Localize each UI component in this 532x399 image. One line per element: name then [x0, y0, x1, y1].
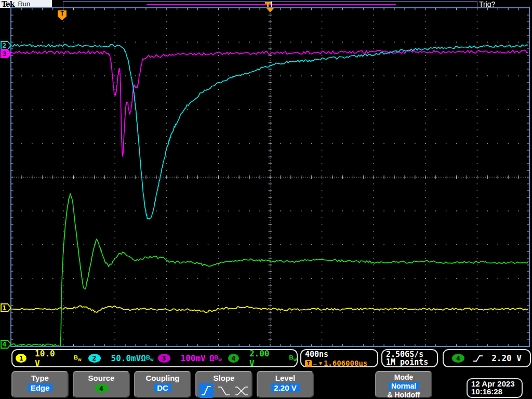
trigger-level-value: 2.20 V: [491, 353, 522, 363]
ch3-scale: 100mV: [181, 353, 206, 363]
acquisition-readout-box: 2.50GS/s 1M points: [381, 349, 438, 367]
ch1-readout[interactable]: 1 10.0 V BW: [16, 349, 82, 368]
delay-value: 1.606000µs: [324, 359, 367, 367]
ch1-bw-limit-badge: BW: [74, 354, 82, 362]
menu-coupling-value: DC: [154, 383, 171, 392]
acquisition-status: Run: [18, 0, 30, 8]
ch3-marker-label: 3: [1, 49, 8, 58]
ch4-bw-limit-badge: BW: [289, 354, 297, 362]
menu-type-value: Edge: [28, 383, 53, 392]
menu-slope-label: Slope: [196, 374, 251, 382]
trigger-t-chip-icon: T: [305, 360, 312, 367]
waveform-svg: [11, 8, 529, 346]
bottom-menu-bar: Type Edge Source 4 Coupling DC Slope Lev…: [0, 370, 532, 399]
expansion-mark-icon: ▼: [318, 361, 323, 366]
slope-options: [196, 383, 251, 398]
falling-edge-icon[interactable]: [217, 384, 231, 397]
trigger-source-badge: 4: [452, 354, 464, 363]
menu-coupling-button[interactable]: Coupling DC: [134, 371, 191, 398]
ch1-marker-label: 1: [1, 303, 8, 312]
arrow-icon: →: [312, 360, 318, 367]
ch3-position-marker[interactable]: 3: [1, 49, 11, 58]
trigger-flag-label: T: [60, 10, 64, 20]
expansion-point-icon: [267, 8, 274, 12]
horizontal-delay: T → ▼ 1.606000µs: [305, 359, 377, 367]
rising-edge-icon: [472, 354, 484, 363]
ch2-position-marker[interactable]: 2: [1, 41, 11, 50]
status-bar: 1 10.0 V BW 2 50.0mV Ω BW 3 100mV Ω BW 4…: [0, 347, 532, 370]
ch2-badge: 2: [88, 354, 101, 363]
ch4-marker-label: 4: [1, 340, 8, 349]
ch2-ohm-label: Ω: [141, 353, 146, 363]
menu-mode-button[interactable]: Mode Normal & Holdoff: [375, 371, 432, 398]
tek-logo-area: Tek Run: [0, 0, 52, 8]
menu-mode-value2: & Holdoff: [376, 391, 431, 399]
ch4-scale: 2.00 V: [249, 349, 276, 368]
menu-mode-label: Mode: [376, 373, 431, 381]
ch4-badge: 4: [228, 354, 239, 363]
ch1-scale: 10.0 V: [35, 349, 61, 368]
menu-coupling-label: Coupling: [135, 374, 190, 382]
ch2-readout[interactable]: 2 50.0mV Ω BW: [88, 353, 154, 363]
graticule-frame: [10, 7, 530, 347]
datetime-box: 12 Apr 2023 10:16:28: [467, 378, 523, 398]
menu-type-label: Type: [12, 374, 68, 382]
ch2-scale: 50.0mV: [111, 353, 141, 363]
time-label: 10:16:28: [471, 388, 522, 395]
ch3-badge: 3: [158, 354, 170, 363]
ch4-readout[interactable]: 4 2.00 V BW: [228, 349, 297, 368]
menu-slope-button[interactable]: Slope: [195, 371, 252, 398]
ch3-bw-limit-badge: BW: [214, 354, 222, 362]
horizontal-readout-box: 400ns T → ▼ 1.606000µs: [300, 349, 378, 367]
record-length: 1M points: [386, 358, 437, 366]
ch2-bw-limit-badge: BW: [146, 354, 154, 362]
menu-level-value: 2.20 V: [271, 383, 299, 392]
ch1-badge: 1: [16, 354, 26, 363]
menu-source-label: Source: [74, 374, 129, 382]
menu-level-button[interactable]: Level 2.20 V: [257, 371, 314, 398]
menu-source-value-badge: 4: [95, 384, 109, 393]
horizontal-scale: 400ns: [305, 351, 377, 358]
ch2-marker-label: 2: [1, 41, 8, 50]
menu-mode-value: Normal: [389, 382, 419, 390]
ch3-readout[interactable]: 3 100mV Ω BW: [158, 353, 222, 363]
trigger-readout-box: 4 2.20 V: [443, 349, 531, 367]
either-edge-icon[interactable]: [234, 384, 249, 397]
rising-edge-icon[interactable]: [199, 383, 214, 398]
menu-level-label: Level: [258, 374, 313, 382]
menu-source-button[interactable]: Source 4: [73, 371, 130, 398]
ch1-position-marker[interactable]: 1: [1, 303, 11, 312]
menu-type-button[interactable]: Type Edge: [11, 371, 69, 398]
date-label: 12 Apr 2023: [471, 380, 522, 388]
ch3-ohm-label: Ω: [209, 353, 215, 363]
channel-readouts-box: 1 10.0 V BW 2 50.0mV Ω BW 3 100mV Ω BW 4…: [11, 349, 298, 367]
